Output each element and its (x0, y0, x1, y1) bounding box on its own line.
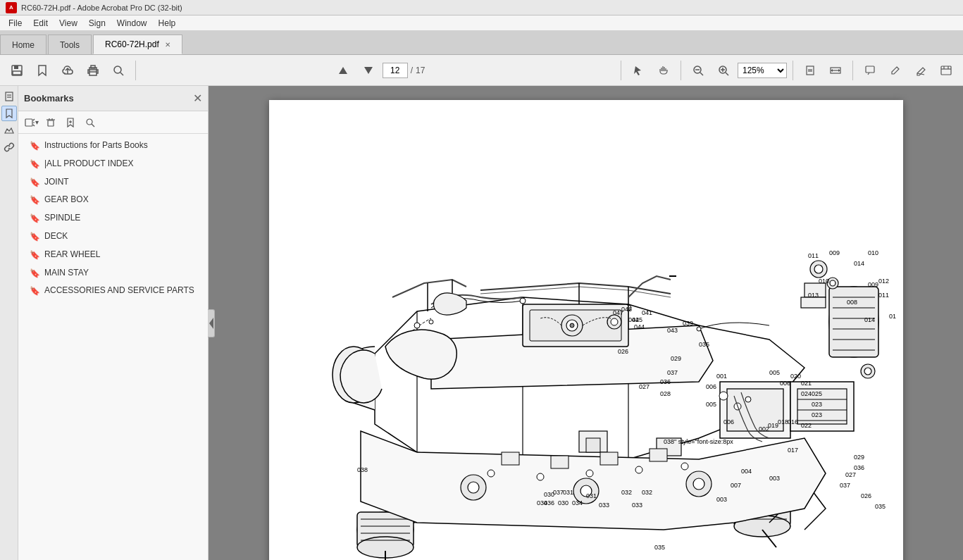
pages-panel-icon[interactable] (1, 89, 17, 104)
svg-rect-31 (25, 119, 32, 126)
annotations-panel-icon[interactable] (1, 123, 17, 138)
window-title: RC60-72H.pdf - Adobe Acrobat Pro DC (32-… (21, 4, 182, 12)
nav-down-button[interactable] (357, 59, 380, 82)
tab-pdf[interactable]: RC60-72H.pdf ✕ (93, 35, 182, 54)
bookmark-gearbox[interactable]: 🔖 GEAR BOX (18, 191, 208, 209)
menu-sign[interactable]: Sign (83, 17, 111, 30)
bookmark-icon-8: 🔖 (30, 285, 40, 297)
svg-text:003: 003 (769, 475, 780, 482)
sidebar-options-button[interactable]: ▾ (23, 114, 39, 131)
bookmark-main-stay[interactable]: 🔖 MAIN STAY (18, 264, 208, 282)
fit-width-button[interactable] (824, 59, 847, 82)
bookmarks-panel-icon[interactable] (1, 106, 17, 121)
svg-text:037: 037 (840, 482, 850, 489)
svg-rect-24 (866, 66, 874, 73)
svg-text:014: 014 (854, 260, 864, 267)
svg-point-6 (114, 66, 121, 73)
svg-text:032: 032 (642, 489, 652, 496)
svg-text:041: 041 (642, 309, 652, 316)
bookmark-instructions[interactable]: 🔖 Instructions for Parts Books (18, 137, 208, 155)
svg-text:003: 003 (716, 496, 727, 503)
svg-rect-109 (502, 452, 519, 465)
draw-button[interactable] (909, 59, 932, 82)
toolbar-sep-1 (135, 61, 136, 80)
search-button[interactable] (107, 59, 130, 82)
toolbar-sep-5 (852, 61, 853, 80)
hand-tool[interactable] (652, 59, 675, 82)
svg-text:004: 004 (741, 468, 752, 475)
bookmark-product-index[interactable]: 🔖 |ALL PRODUCT INDEX (18, 155, 208, 173)
svg-text:033: 033 (632, 502, 642, 509)
svg-rect-111 (600, 452, 618, 465)
svg-text:020: 020 (790, 373, 801, 380)
sidebar-header: Bookmarks ✕ (18, 86, 208, 111)
zoom-select[interactable]: 50% 75% 100% 125% 150% 200% (738, 63, 787, 78)
save-button[interactable] (6, 59, 28, 82)
svg-point-78 (864, 368, 871, 375)
sidebar-toolbar: ▾ (18, 111, 208, 134)
svg-text:043: 043 (667, 327, 678, 334)
svg-point-84 (520, 298, 526, 304)
bookmark-spindle[interactable]: 🔖 SPINDLE (18, 209, 208, 228)
add-bookmark-button[interactable] (62, 114, 79, 131)
main-content: Bookmarks ✕ ▾ (0, 86, 963, 560)
cursor-tool[interactable] (627, 59, 650, 82)
tab-bar: Home Tools RC60-72H.pdf ✕ (0, 31, 963, 55)
bookmarks-list: 🔖 Instructions for Parts Books 🔖 |ALL PR… (18, 134, 208, 560)
bookmark-icon-2: 🔖 (30, 177, 40, 189)
svg-line-7 (120, 73, 123, 75)
zoom-out-button[interactable] (687, 59, 709, 82)
menu-view[interactable]: View (54, 17, 83, 30)
bookmark-button[interactable] (31, 59, 54, 82)
svg-text:015: 015 (889, 313, 896, 320)
cloud-button[interactable] (56, 59, 79, 82)
svg-text:023: 023 (812, 411, 822, 418)
zoom-in-button[interactable] (712, 59, 735, 82)
svg-text:028: 028 (660, 390, 671, 397)
pdf-view-area[interactable]: 011 009 008 014 010 014 010 013 009 011 … (209, 86, 963, 560)
svg-text:038" style="font-size:8px: 038" style="font-size:8px (664, 438, 733, 445)
comment-button[interactable] (859, 59, 881, 82)
menu-help[interactable]: Help (153, 17, 182, 30)
links-panel-icon[interactable] (1, 139, 17, 155)
fit-page-button[interactable] (799, 59, 821, 82)
print-button[interactable] (82, 59, 104, 82)
svg-text:030: 030 (544, 491, 554, 498)
svg-rect-72 (801, 297, 826, 308)
svg-text:042: 042 (628, 316, 639, 323)
page-number-input[interactable] (383, 63, 408, 78)
svg-marker-30 (6, 109, 12, 118)
svg-text:019: 019 (768, 422, 778, 429)
svg-text:010: 010 (868, 249, 878, 256)
share-button[interactable] (935, 59, 957, 82)
menu-window[interactable]: Window (111, 17, 153, 30)
svg-text:044: 044 (634, 323, 645, 330)
menu-file[interactable]: File (3, 17, 27, 30)
menu-bar: File Edit View Sign Window Help (0, 15, 963, 31)
sidebar-collapse-handle[interactable] (208, 309, 215, 337)
tab-tools[interactable]: Tools (48, 35, 92, 54)
svg-text:021: 021 (801, 380, 812, 387)
menu-edit[interactable]: Edit (27, 17, 54, 30)
svg-text:008: 008 (847, 299, 857, 306)
find-bookmark-button[interactable] (82, 114, 99, 131)
bookmark-joint[interactable]: 🔖 JOINT (18, 173, 208, 192)
svg-text:009: 009 (868, 281, 878, 288)
svg-text:002: 002 (759, 425, 769, 433)
tab-home[interactable]: Home (0, 35, 46, 54)
svg-line-11 (700, 73, 703, 75)
svg-text:035: 035 (699, 341, 709, 348)
bookmark-icon-3: 🔖 (30, 194, 40, 206)
bookmark-icon-1: 🔖 (30, 158, 40, 170)
nav-up-button[interactable] (332, 59, 354, 82)
bookmark-accessories[interactable]: 🔖 ACCESSORIES AND SERVICE PARTS (18, 282, 208, 300)
svg-text:024: 024 (801, 390, 812, 397)
delete-bookmark-button[interactable] (42, 114, 59, 131)
highlight-button[interactable] (884, 59, 907, 82)
svg-text:038: 038 (357, 466, 368, 473)
bookmark-rear-wheel[interactable]: 🔖 REAR WHEEL (18, 246, 208, 264)
svg-text:006: 006 (706, 383, 716, 390)
sidebar-close-button[interactable]: ✕ (193, 92, 202, 105)
bookmark-deck[interactable]: 🔖 DECK (18, 228, 208, 246)
tab-close-icon[interactable]: ✕ (165, 41, 170, 49)
